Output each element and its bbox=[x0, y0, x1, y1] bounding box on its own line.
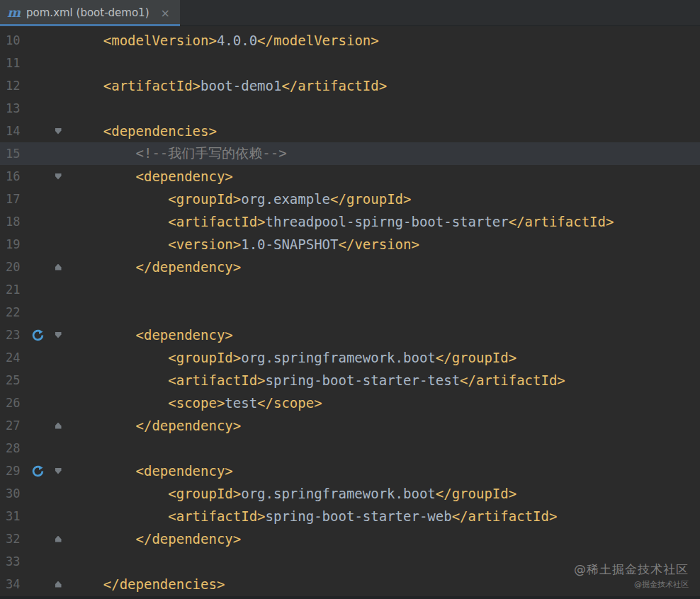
code-text[interactable]: <scope>test</scope> bbox=[68, 395, 322, 411]
line-number: 22 bbox=[0, 305, 27, 319]
code-text[interactable]: <artifactId>spring-boot-starter-web</art… bbox=[68, 508, 557, 524]
maven-module-icon: m bbox=[7, 6, 21, 19]
fold-collapse-icon[interactable] bbox=[48, 468, 68, 474]
code-line[interactable]: 13 bbox=[0, 97, 700, 120]
code-line[interactable]: 17 <groupId>org.example</groupId> bbox=[0, 188, 700, 210]
code-line[interactable]: 29 <dependency> bbox=[0, 460, 700, 482]
line-number: 12 bbox=[0, 79, 27, 93]
line-number: 30 bbox=[0, 486, 27, 501]
fold-collapse-icon[interactable] bbox=[48, 332, 68, 338]
tab-pom-xml[interactable]: m pom.xml (boot-demo1) × bbox=[0, 0, 180, 25]
line-number: 11 bbox=[0, 56, 27, 70]
code-line[interactable]: 26 <scope>test</scope> bbox=[0, 392, 700, 414]
code-lines-container: 10 <modelVersion>4.0.0</modelVersion>111… bbox=[0, 29, 700, 595]
fold-collapse-icon[interactable] bbox=[48, 173, 68, 180]
maven-sync-icon[interactable] bbox=[27, 465, 48, 477]
code-line[interactable]: 12 <artifactId>boot-demo1</artifactId> bbox=[0, 74, 700, 97]
maven-sync-icon[interactable] bbox=[27, 329, 48, 341]
code-line[interactable]: 32 </dependency> bbox=[0, 527, 700, 550]
horizontal-scrollbar[interactable] bbox=[0, 596, 700, 599]
code-text[interactable]: </dependencies> bbox=[68, 576, 225, 592]
code-text[interactable]: </dependency> bbox=[68, 418, 241, 433]
fold-end-icon[interactable] bbox=[48, 536, 68, 542]
line-number: 31 bbox=[0, 509, 27, 523]
code-line[interactable]: 25 <artifactId>spring-boot-starter-test<… bbox=[0, 369, 700, 392]
line-number: 17 bbox=[0, 192, 27, 206]
code-line[interactable]: 14 <dependencies> bbox=[0, 120, 700, 142]
code-line[interactable]: 24 <groupId>org.springframework.boot</gr… bbox=[0, 346, 700, 369]
code-line[interactable]: 31 <artifactId>spring-boot-starter-web</… bbox=[0, 505, 700, 527]
fold-end-icon[interactable] bbox=[48, 423, 68, 429]
editor-tab-bar: m pom.xml (boot-demo1) × bbox=[0, 0, 700, 26]
code-line[interactable]: 33 bbox=[0, 550, 700, 573]
code-line[interactable]: 28 bbox=[0, 437, 700, 460]
line-number: 33 bbox=[0, 554, 27, 569]
code-text[interactable]: <modelVersion>4.0.0</modelVersion> bbox=[68, 33, 379, 48]
line-number: 25 bbox=[0, 373, 27, 387]
line-number: 34 bbox=[0, 577, 27, 591]
code-line[interactable]: 23 <dependency> bbox=[0, 324, 700, 346]
code-text[interactable]: </dependency> bbox=[68, 531, 241, 547]
line-number: 21 bbox=[0, 283, 27, 297]
code-line[interactable]: 19 <version>1.0-SNAPSHOT</version> bbox=[0, 233, 700, 256]
line-number: 14 bbox=[0, 124, 27, 138]
line-number: 13 bbox=[0, 101, 27, 115]
fold-end-icon[interactable] bbox=[48, 581, 68, 588]
line-number: 28 bbox=[0, 441, 27, 455]
fold-end-icon[interactable] bbox=[48, 264, 68, 270]
code-line[interactable]: 11 bbox=[0, 52, 700, 74]
code-editor[interactable]: 10 <modelVersion>4.0.0</modelVersion>111… bbox=[0, 26, 700, 599]
code-line[interactable]: 10 <modelVersion>4.0.0</modelVersion> bbox=[0, 29, 700, 52]
fold-collapse-icon[interactable] bbox=[48, 128, 68, 135]
line-number: 26 bbox=[0, 396, 27, 410]
code-text[interactable]: <groupId>org.springframework.boot</group… bbox=[68, 350, 516, 365]
code-text[interactable]: </dependency> bbox=[68, 259, 241, 275]
code-text[interactable]: <groupId>org.example</groupId> bbox=[68, 191, 411, 207]
line-number: 16 bbox=[0, 169, 27, 183]
code-text[interactable]: <dependency> bbox=[68, 169, 233, 184]
code-line[interactable]: 21 bbox=[0, 278, 700, 301]
line-number: 15 bbox=[0, 147, 27, 161]
code-text[interactable]: <artifactId>boot-demo1</artifactId> bbox=[68, 78, 387, 93]
code-line[interactable]: 15 <!--我们手写的依赖--> bbox=[0, 142, 700, 165]
code-line[interactable]: 27 </dependency> bbox=[0, 414, 700, 437]
line-number: 24 bbox=[0, 350, 27, 365]
close-icon[interactable]: × bbox=[161, 6, 170, 20]
line-number: 20 bbox=[0, 260, 27, 274]
code-text[interactable]: <dependencies> bbox=[68, 123, 217, 139]
code-text[interactable]: <version>1.0-SNAPSHOT</version> bbox=[68, 236, 419, 252]
line-number: 32 bbox=[0, 532, 27, 546]
code-line[interactable]: 18 <artifactId>threadpool-spirng-boot-st… bbox=[0, 210, 700, 233]
tab-title: pom.xml (boot-demo1) bbox=[26, 6, 149, 19]
code-text[interactable]: <artifactId>spring-boot-starter-test</ar… bbox=[68, 372, 565, 388]
line-number: 27 bbox=[0, 418, 27, 433]
code-text[interactable]: <dependency> bbox=[68, 327, 233, 343]
code-text[interactable]: <!--我们手写的依赖--> bbox=[68, 144, 287, 163]
line-number: 29 bbox=[0, 464, 27, 478]
code-line[interactable]: 30 <groupId>org.springframework.boot</gr… bbox=[0, 482, 700, 505]
line-number: 18 bbox=[0, 215, 27, 229]
code-line[interactable]: 20 </dependency> bbox=[0, 256, 700, 278]
line-number: 19 bbox=[0, 237, 27, 251]
code-text[interactable]: <dependency> bbox=[68, 463, 233, 479]
code-line[interactable]: 16 <dependency> bbox=[0, 165, 700, 188]
code-line[interactable]: 34 </dependencies> bbox=[0, 573, 700, 595]
code-line[interactable]: 22 bbox=[0, 301, 700, 324]
code-text[interactable]: <artifactId>threadpool-spirng-boot-start… bbox=[68, 214, 614, 229]
line-number: 10 bbox=[0, 33, 27, 47]
code-text[interactable]: <groupId>org.springframework.boot</group… bbox=[68, 486, 516, 501]
line-number: 23 bbox=[0, 328, 27, 342]
